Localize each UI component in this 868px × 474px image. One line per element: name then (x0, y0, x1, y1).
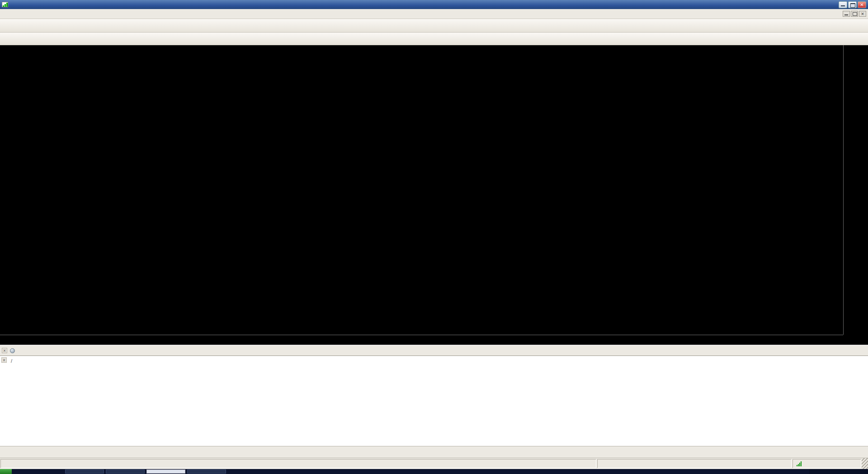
mt4-window: × × / (0, 0, 868, 474)
close-button[interactable] (858, 1, 866, 8)
child-restore-button[interactable] (851, 11, 858, 17)
resize-grip[interactable] (862, 458, 868, 469)
drawing-toolbar (0, 33, 868, 45)
volatility-row (836, 103, 839, 110)
child-window-controls (843, 11, 868, 17)
app-icon (2, 2, 8, 7)
status-bar (0, 458, 868, 469)
equity-chart[interactable] (0, 356, 868, 446)
taskbar-tray (809, 469, 868, 474)
taskbar (0, 469, 868, 474)
standard-toolbar (0, 19, 868, 33)
spread-row (836, 96, 839, 103)
connection-icon (797, 461, 802, 466)
status-help-text (0, 459, 596, 468)
legend-separator: / (11, 358, 12, 364)
window-controls (839, 1, 866, 8)
child-close-button[interactable] (859, 11, 866, 17)
chart-area[interactable] (0, 45, 868, 345)
price-axis[interactable] (843, 45, 868, 335)
terminal-close-icon[interactable]: × (2, 348, 7, 353)
title-bar (0, 0, 868, 9)
minimize-button[interactable] (839, 1, 847, 8)
maximize-button[interactable] (848, 1, 857, 8)
tester-panel: × / (0, 356, 868, 446)
taskbar-item[interactable] (187, 469, 226, 474)
status-traffic (793, 459, 861, 468)
status-profile[interactable] (597, 459, 792, 468)
child-minimize-button[interactable] (843, 11, 850, 17)
menu-bar (0, 9, 868, 19)
taskbar-item[interactable] (65, 469, 104, 474)
equity-legend: / (9, 358, 14, 364)
tester-tabs (0, 446, 868, 458)
terminal-summary: × (0, 345, 868, 356)
tester-close-icon[interactable]: × (1, 357, 7, 363)
status-ball-icon (10, 348, 15, 353)
start-button[interactable] (0, 469, 12, 474)
taskbar-item-active[interactable] (146, 469, 185, 474)
candlestick-chart[interactable] (0, 45, 843, 335)
time-axis[interactable] (0, 335, 843, 345)
taskbar-item[interactable] (106, 469, 145, 474)
